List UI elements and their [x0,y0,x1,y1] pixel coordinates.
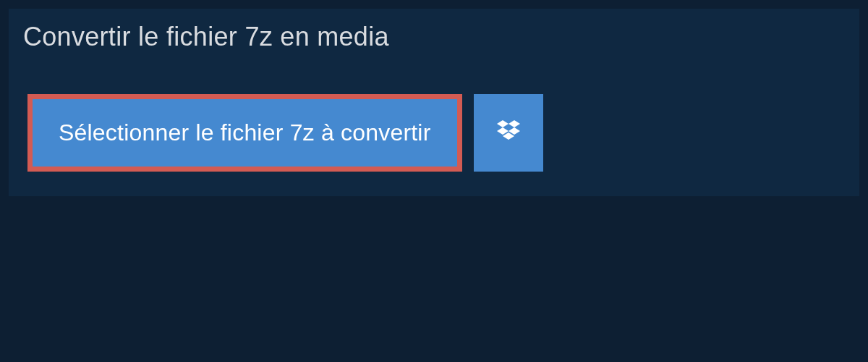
dropbox-icon [494,117,523,149]
tab-title: Convertir le fichier 7z en media [23,22,389,51]
button-row: Sélectionner le fichier 7z à convertir [9,68,859,172]
dropbox-button[interactable] [474,94,543,172]
select-file-label: Sélectionner le fichier 7z à convertir [59,119,431,146]
select-file-button[interactable]: Sélectionner le fichier 7z à convertir [27,94,462,172]
tab-convert[interactable]: Convertir le fichier 7z en media [9,9,409,68]
converter-panel: Convertir le fichier 7z en media Sélecti… [9,9,859,196]
